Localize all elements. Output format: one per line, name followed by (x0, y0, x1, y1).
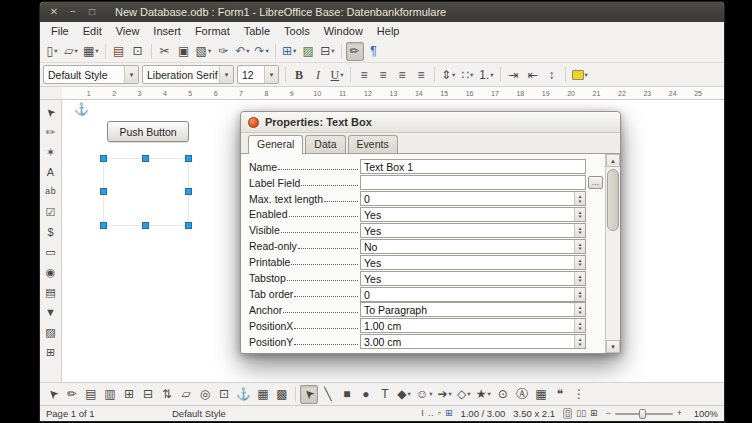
selection-handle-bottom-middle[interactable] (142, 222, 149, 229)
object-position-icon[interactable]: ⊞ (445, 409, 453, 418)
zoom-percent[interactable]: 100% (690, 408, 718, 419)
property-input[interactable]: 0 ▴ ▾ (360, 191, 586, 206)
dropdown-arrow-icon[interactable]: ▾ (340, 71, 343, 79)
line-spacing-icon[interactable]: ⇕ ▾ (439, 65, 457, 84)
display-grid-icon[interactable]: ▦ (254, 385, 272, 404)
selection-handle-middle-left[interactable] (100, 188, 107, 195)
combo-box-icon[interactable]: ▼ (42, 303, 60, 321)
spinner-buttons[interactable]: ▴ ▾ (574, 272, 585, 285)
menu-help[interactable]: Help (370, 24, 407, 38)
bullets-icon[interactable]: ∷ ▾ (458, 65, 476, 84)
selection-handle-bottom-right[interactable] (185, 222, 192, 229)
dropdown-arrow-icon[interactable]: ▾ (246, 47, 249, 55)
title-bar[interactable]: ✕ − □ New Database.odb : Form1 - LibreOf… (40, 2, 724, 22)
copy-icon[interactable]: ▣ (175, 42, 193, 61)
redo-icon[interactable]: ↷ ▾ (253, 42, 271, 61)
spin-down-icon[interactable]: ▾ (579, 246, 582, 251)
menu-insert[interactable]: Insert (146, 24, 188, 38)
page-count-text[interactable]: Page 1 of 1 (46, 408, 164, 419)
cursor-position-text[interactable]: 1.00 / 3.00 (460, 408, 505, 419)
spinner-buttons[interactable]: ▴ ▾ (574, 192, 585, 205)
highlighting-color-icon[interactable]: ▾ (570, 65, 590, 84)
view-multi-page-icon[interactable]: ▯▯ (576, 409, 586, 418)
dropdown-arrow-icon[interactable]: ▾ (124, 66, 138, 83)
paste-icon[interactable]: ▧ ▾ (194, 42, 214, 61)
spinner-buttons[interactable]: ▴ ▾ (574, 208, 585, 221)
push-button-control[interactable]: Push Button (107, 121, 189, 142)
insert-table-icon[interactable]: ⊞ ▾ (280, 42, 298, 61)
menu-tools[interactable]: Tools (277, 24, 317, 38)
form-navigator-icon[interactable]: ⊞ (120, 385, 138, 404)
select-cursor-icon[interactable]: ➤ (42, 103, 60, 121)
property-input[interactable]: 1.00 cm ▴ ▾ (360, 318, 586, 333)
menu-window[interactable]: Window (317, 24, 370, 38)
label-field-icon[interactable]: A (42, 163, 60, 181)
window-minimize-icon[interactable]: − (67, 7, 79, 17)
dialog-title-bar[interactable]: Properties: Text Box (241, 112, 620, 133)
dropdown-arrow-icon[interactable]: ▾ (95, 47, 98, 55)
view-single-page-icon[interactable]: ▯ (563, 408, 572, 419)
dropdown-arrow-icon[interactable]: ▾ (54, 47, 57, 55)
fontwork-icon[interactable]: Ⓐ (513, 385, 531, 404)
align-center-icon[interactable]: ≡ (374, 65, 392, 84)
window-close-icon[interactable]: ✕ (48, 7, 60, 17)
selection-mode-icon[interactable]: ‥ (428, 409, 434, 418)
block-arrows-icon[interactable]: ➔ ▾ (436, 385, 454, 404)
drawing-select-icon[interactable]: ➤ (300, 385, 318, 404)
tab-general[interactable]: General (248, 135, 303, 154)
insert-table-icon[interactable]: ▦ (532, 385, 550, 404)
insert-line-icon[interactable]: ╲ (319, 385, 337, 404)
justify-icon[interactable]: ≡ (412, 65, 430, 84)
browse-button[interactable]: … (588, 176, 603, 189)
dialog-scrollbar[interactable]: ▲ ▼ (605, 154, 620, 353)
print-icon[interactable]: ▤ (110, 42, 128, 61)
activation-order-icon[interactable]: ⇅ (158, 385, 176, 404)
selection-handle-middle-right[interactable] (185, 188, 192, 195)
paragraph-style-combobox[interactable]: Default Style ▾ (43, 65, 139, 84)
form-properties-icon[interactable]: ▥ (101, 385, 119, 404)
dropdown-arrow-icon[interactable]: ▾ (293, 47, 296, 55)
numbering-icon[interactable]: 1. ▾ (477, 65, 495, 84)
property-input[interactable]: Yes ▴ ▾ (360, 255, 586, 270)
spin-down-icon[interactable]: ▾ (579, 310, 582, 315)
spinner-buttons[interactable]: ▴ ▾ (574, 303, 585, 316)
design-mode-icon[interactable]: ✏ (63, 385, 81, 404)
property-input[interactable]: To Paragraph ▴ ▾ (360, 302, 586, 317)
spin-down-icon[interactable]: ▾ (579, 342, 582, 347)
selection-handle-top-right[interactable] (185, 155, 192, 162)
spinner-buttons[interactable]: ▴ ▾ (574, 288, 585, 301)
scrollbar-track[interactable] (606, 167, 620, 340)
dropdown-arrow-icon[interactable]: ▾ (331, 47, 334, 55)
more-controls-icon[interactable]: ⊞ (42, 343, 60, 361)
page-style-text[interactable]: Default Style (172, 408, 322, 419)
option-button-icon[interactable]: ◉ (42, 263, 60, 281)
property-input[interactable]: 3.00 cm ▴ ▾ (360, 334, 586, 349)
dropdown-arrow-icon[interactable]: ▾ (488, 390, 491, 398)
document-modified-icon[interactable]: ▫ (438, 409, 441, 418)
insert-chart-icon[interactable]: ⊟ ▾ (318, 42, 336, 61)
snap-to-grid-icon[interactable]: ▩ (273, 385, 291, 404)
open-document-icon[interactable]: ▱ ▾ (62, 42, 80, 61)
tab-data[interactable]: Data (305, 135, 345, 153)
insert-image-icon[interactable]: ▨ (299, 42, 317, 61)
align-left-icon[interactable]: ≡ (355, 65, 373, 84)
dropdown-arrow-icon[interactable]: ▾ (407, 390, 410, 398)
property-input[interactable]: Yes ▴ ▾ (360, 223, 586, 238)
control-wizards-icon[interactable]: ✶ (42, 143, 60, 161)
zoom-slider[interactable] (615, 413, 673, 415)
zoom-slider-thumb[interactable] (639, 409, 646, 419)
dropdown-arrow-icon[interactable]: ▾ (585, 71, 588, 79)
cut-icon[interactable]: ✂ (156, 42, 174, 61)
dropdown-arrow-icon[interactable]: ▾ (208, 47, 211, 55)
document-canvas[interactable]: ⚓ Push Button Properties: Text Box Gener… (62, 100, 724, 382)
selection-handle-top-left[interactable] (100, 155, 107, 162)
save-icon[interactable]: ▦ ▾ (81, 42, 101, 61)
spin-down-icon[interactable]: ▾ (579, 214, 582, 219)
align-right-icon[interactable]: ≡ (393, 65, 411, 84)
italic-icon[interactable]: I (309, 65, 327, 84)
bold-icon[interactable]: B (290, 65, 308, 84)
spinner-buttons[interactable]: ▴ ▾ (574, 319, 585, 332)
menu-table[interactable]: Table (237, 24, 277, 38)
formatting-marks-icon[interactable]: ¶ (365, 42, 383, 61)
selection-handle-top-middle[interactable] (142, 155, 149, 162)
